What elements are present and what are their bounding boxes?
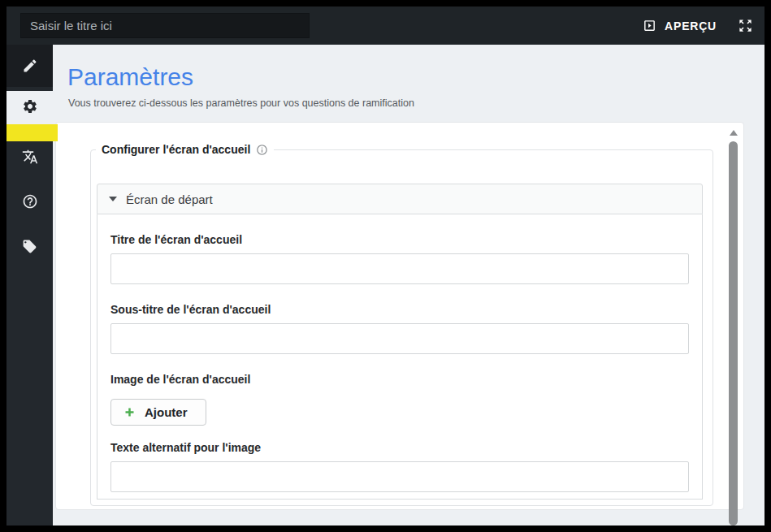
sidebar-item-help[interactable] <box>6 180 53 223</box>
expand-arrows-icon <box>738 18 753 33</box>
info-icon[interactable] <box>256 144 268 156</box>
settings-card: Configurer l'écran d'accueil Écran de dé… <box>55 122 744 510</box>
vertical-scrollbar <box>726 123 740 526</box>
pencil-icon <box>22 58 38 74</box>
accordion-header[interactable]: Écran de départ <box>97 184 703 214</box>
add-image-button-label: Ajouter <box>145 405 188 419</box>
help-icon <box>22 193 38 210</box>
app-window: APERÇU <box>6 6 765 526</box>
gear-icon <box>22 98 38 115</box>
welcome-subtitle-input[interactable] <box>110 323 689 354</box>
survey-title-input[interactable] <box>20 13 310 38</box>
add-image-button[interactable]: Ajouter <box>110 399 206 426</box>
plus-icon <box>123 406 136 418</box>
highlight-annotation <box>6 124 58 141</box>
field-label-title: Titre de l'écran d'accueil <box>110 233 689 247</box>
page-subtitle: Vous trouverez ci-dessous les paramètres… <box>68 97 414 109</box>
slideshow-play-icon <box>643 19 656 32</box>
accordion-title: Écran de départ <box>126 192 213 206</box>
welcome-title-input[interactable] <box>110 253 689 284</box>
fieldset-legend-text: Configurer l'écran d'accueil <box>102 143 250 156</box>
tag-icon <box>22 239 37 254</box>
scrollbar-thumb[interactable] <box>729 141 738 526</box>
field-label-alt-text: Texte alternatif pour l'image <box>110 441 689 455</box>
preview-button[interactable]: APERÇU <box>643 19 717 32</box>
field-label-image: Image de l'écran d'accueil <box>110 373 689 387</box>
sidebar-item-tags[interactable] <box>6 225 53 267</box>
topbar: APERÇU <box>6 6 765 45</box>
preview-label: APERÇU <box>665 19 717 32</box>
chevron-down-icon <box>109 197 117 201</box>
field-label-subtitle: Sous-titre de l'écran d'accueil <box>110 303 689 317</box>
accordion-body: Titre de l'écran d'accueil Sous-titre de… <box>97 214 703 500</box>
scroll-up-arrow-icon[interactable] <box>730 130 738 136</box>
welcome-screen-fieldset: Configurer l'écran d'accueil Écran de dé… <box>90 143 713 506</box>
screenshot-frame: APERÇU <box>0 0 771 532</box>
sidebar-item-translate[interactable] <box>6 136 53 178</box>
fullscreen-button[interactable] <box>738 18 753 33</box>
sidebar <box>6 45 53 526</box>
fieldset-legend: Configurer l'écran d'accueil <box>96 143 274 156</box>
translate-icon <box>22 149 38 165</box>
topbar-actions: APERÇU <box>643 6 753 45</box>
image-alt-text-input[interactable] <box>110 461 689 492</box>
sidebar-item-edit[interactable] <box>6 45 53 87</box>
page-title: Paramètres <box>67 63 193 91</box>
start-screen-accordion: Écran de départ Titre de l'écran d'accue… <box>97 184 703 500</box>
